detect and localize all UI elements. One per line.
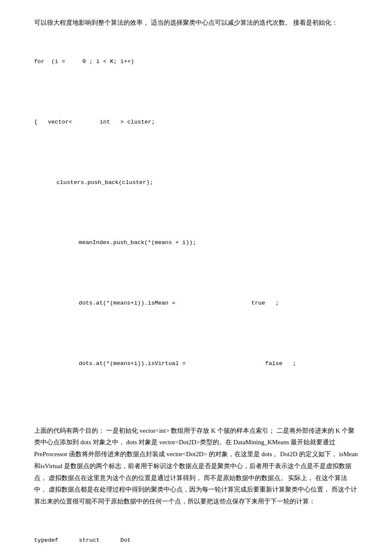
code1-line7: meanIndex.push_back(*(means + i));	[34, 238, 358, 248]
code1-line1: for (i = 0 ; i < K; i++)	[34, 57, 358, 67]
code1-line4	[34, 147, 358, 158]
code1-line8	[34, 268, 358, 278]
code1-line6	[34, 207, 358, 218]
code1-line2	[34, 87, 358, 97]
code-block-1: for (i = 0 ; i < K; i++) { vector< int >…	[34, 37, 358, 419]
main-content: 可以很大程度地影响到整个算法的效率， 适当的选择聚类中心点可以减少算法的迭代次数…	[34, 17, 358, 555]
code1-line10	[34, 328, 358, 339]
code1-line9: dots.at(*(means+i)).isMean = true ;	[34, 298, 358, 308]
code1-line11: dots.at(*(means+i)).isVirtual = false ;	[34, 359, 358, 369]
code2-line1: typedef struct Dot	[34, 535, 358, 546]
paragraph-1: 可以很大程度地影响到整个算法的效率， 适当的选择聚类中心点可以减少算法的迭代次数…	[34, 17, 358, 29]
code1-line5: clusters.push_back(cluster);	[34, 178, 358, 188]
paragraph-2: 上面的代码有两个目的： 一是初始化 vector<int> 数组用于存放 K 个…	[34, 425, 358, 508]
code1-line3: { vector< int > cluster;	[34, 117, 358, 127]
para2-text: 上面的代码有两个目的： 一是初始化 vector<int> 数组用于存放 K 个…	[34, 427, 358, 505]
code-block-2: typedef struct Dot { double x; double y;…	[34, 515, 358, 555]
para1-text: 可以很大程度地影响到整个算法的效率， 适当的选择聚类中心点可以减少算法的迭代次数…	[34, 19, 338, 26]
code1-line12	[34, 389, 358, 399]
